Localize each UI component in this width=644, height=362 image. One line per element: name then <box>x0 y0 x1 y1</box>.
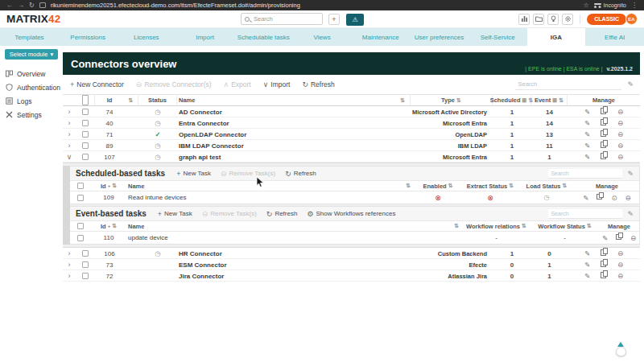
refresh-tasks-button[interactable]: ↻Refresh <box>285 170 316 178</box>
expand-chevron-icon[interactable]: › <box>63 140 76 151</box>
global-search[interactable] <box>241 13 323 25</box>
tab-iga[interactable]: IGA <box>527 28 586 46</box>
sidebar-item-overview[interactable]: Overview <box>0 67 63 80</box>
row-checkbox[interactable] <box>82 250 89 257</box>
expand-chevron-icon[interactable]: › <box>63 248 76 259</box>
expand-chevron-icon[interactable]: › <box>63 129 76 140</box>
reports-button[interactable] <box>518 14 530 25</box>
sort-icon[interactable]: ⇅ <box>112 223 117 229</box>
address-bar[interactable]: rikunieminendemo20251.efectecloud-demo.c… <box>51 2 300 9</box>
copy-icon[interactable] <box>601 248 607 255</box>
remove-task-button[interactable]: ⊖Remove Task(s) <box>221 170 275 178</box>
ideas-button[interactable] <box>547 14 559 25</box>
row-checkbox[interactable] <box>82 142 89 149</box>
table-row[interactable]: › 73 ESM Connector Efecte 0 1 ✎⊖ <box>63 259 640 270</box>
tab-templates[interactable]: Templates <box>0 28 59 46</box>
tab-import[interactable]: Import <box>175 28 234 46</box>
edit-icon[interactable]: ✎ <box>584 151 590 162</box>
select-all-checkbox[interactable] <box>82 95 89 105</box>
expand-chevron-icon[interactable]: › <box>63 117 76 129</box>
refresh-tasks-button[interactable]: ↻Refresh <box>266 210 298 218</box>
show-workflows-button[interactable]: ⚙Show Workflows references <box>307 210 395 218</box>
delete-icon[interactable]: ⊖ <box>617 270 623 282</box>
copy-icon[interactable] <box>601 117 607 125</box>
forward-icon[interactable]: → <box>18 0 24 10</box>
col-extract-status[interactable]: Extract Status <box>467 183 507 190</box>
col-workflow-status[interactable]: Workflow Status <box>538 223 585 230</box>
sort-icon[interactable]: ⇅ <box>406 183 411 189</box>
sort-icon[interactable]: ⇅ <box>456 97 461 104</box>
row-checkbox[interactable] <box>82 273 89 279</box>
delete-icon[interactable]: ⊖ <box>617 140 623 151</box>
sidebar-item-authentication[interactable]: Authentication <box>0 80 63 94</box>
settings-button[interactable] <box>562 14 573 25</box>
tab-self-service[interactable]: Self-Service <box>469 28 527 46</box>
tab-permissions[interactable]: Permissions <box>59 28 118 46</box>
table-search-input[interactable] <box>515 79 621 90</box>
table-row[interactable]: › 71 OpenLDAP Connector OpenLDAP 1 13 ✎⊖ <box>63 129 640 140</box>
sort-icon[interactable]: ⇅ <box>112 183 117 189</box>
select-module-button[interactable]: Select module ▾ <box>5 49 58 60</box>
copy-icon[interactable] <box>601 129 607 136</box>
sort-icon[interactable]: ⇅ <box>509 183 514 189</box>
edit-icon[interactable]: ✎ <box>584 259 590 270</box>
table-row[interactable]: › 89 IBM LDAP Connector IBM LDAP 1 11 ✎⊖ <box>63 140 640 151</box>
sidebar-item-logs[interactable]: Logs <box>0 94 63 108</box>
col-name[interactable]: Name <box>179 95 195 105</box>
col-event[interactable]: Event <box>535 95 551 105</box>
user-avatar[interactable]: EA <box>625 13 638 25</box>
table-row-expanded[interactable]: ∨ 107 graph api test Microsoft Entra 1 1… <box>63 151 640 162</box>
add-button[interactable]: + <box>328 14 340 25</box>
expand-chevron-icon[interactable]: › <box>63 106 76 117</box>
delete-icon[interactable]: ⊖ <box>617 248 623 259</box>
edit-icon[interactable]: ✎ <box>583 192 588 204</box>
copy-icon[interactable] <box>601 151 607 158</box>
row-checkbox[interactable] <box>82 154 89 160</box>
copy-icon[interactable] <box>601 106 607 113</box>
event-task-row[interactable]: 110 update device - - ✎⊖ <box>70 232 639 244</box>
delete-icon[interactable]: ⊖ <box>625 192 631 204</box>
remove-task-button[interactable]: ⊖Remove Task(s) <box>202 210 257 218</box>
alerts-button[interactable]: ⚠ <box>346 14 364 26</box>
import-button[interactable]: ∨Import <box>263 80 291 88</box>
reload-icon[interactable]: ↻ <box>29 0 35 10</box>
edit-icon[interactable]: ✎ <box>584 106 590 117</box>
col-scheduled[interactable]: Scheduled <box>490 95 521 105</box>
col-type[interactable]: Type <box>441 95 455 105</box>
remove-connector-button[interactable]: ⊖Remove Connector(s) <box>136 80 212 88</box>
new-task-button[interactable]: +New Task <box>158 210 192 218</box>
bookmark-star-icon[interactable]: ☆ <box>583 0 588 10</box>
refresh-button[interactable]: ↻Refresh <box>302 80 334 88</box>
delete-icon[interactable]: ⊖ <box>617 106 623 117</box>
sort-icon[interactable]: ⇅ <box>400 97 405 104</box>
row-checkbox[interactable] <box>82 131 89 138</box>
run-icon[interactable]: ⊙ <box>611 192 617 204</box>
tab-effie-ai[interactable]: Effie AI <box>585 28 644 46</box>
tab-schedulable-tasks[interactable]: Schedulable tasks <box>234 28 293 46</box>
copy-icon[interactable] <box>601 140 607 147</box>
col-id[interactable]: Id <box>101 223 106 230</box>
export-button[interactable]: ∧Export <box>224 80 251 88</box>
edit-icon[interactable]: ✎ <box>584 140 590 151</box>
table-row[interactable]: › 74 AD Connector Microsoft Active Direc… <box>63 106 640 117</box>
sort-icon[interactable]: ⇅ <box>522 223 526 229</box>
site-info-icon[interactable] <box>39 2 46 8</box>
back-icon[interactable]: ← <box>6 0 13 10</box>
table-row[interactable]: › 40 Entra Connector Microsoft Entra 1 1… <box>63 117 640 129</box>
col-load-status[interactable]: Load Status <box>526 183 561 190</box>
col-enabled[interactable]: Enabled <box>423 183 446 190</box>
tab-maintenance[interactable]: Maintenance <box>351 28 410 46</box>
browser-menu-icon[interactable]: ⋮ <box>631 0 638 10</box>
col-name[interactable]: Name <box>128 183 144 190</box>
table-row[interactable]: › 106 HR Connector Custom Backend 1 0 ✎⊖ <box>63 248 640 259</box>
col-workflow-relations[interactable]: Workflow relations <box>466 223 520 230</box>
select-all-checkbox[interactable] <box>77 223 84 229</box>
row-checkbox[interactable] <box>82 109 89 115</box>
sort-icon[interactable]: ⇅ <box>587 223 592 229</box>
global-search-input[interactable] <box>252 14 319 23</box>
copy-icon[interactable] <box>601 259 607 266</box>
assistant-mascot[interactable] <box>614 342 627 357</box>
edit-columns-icon[interactable]: ✎ <box>627 80 634 88</box>
delete-icon[interactable]: ⊖ <box>617 151 623 162</box>
tab-user-preferences[interactable]: User preferences <box>410 28 469 46</box>
